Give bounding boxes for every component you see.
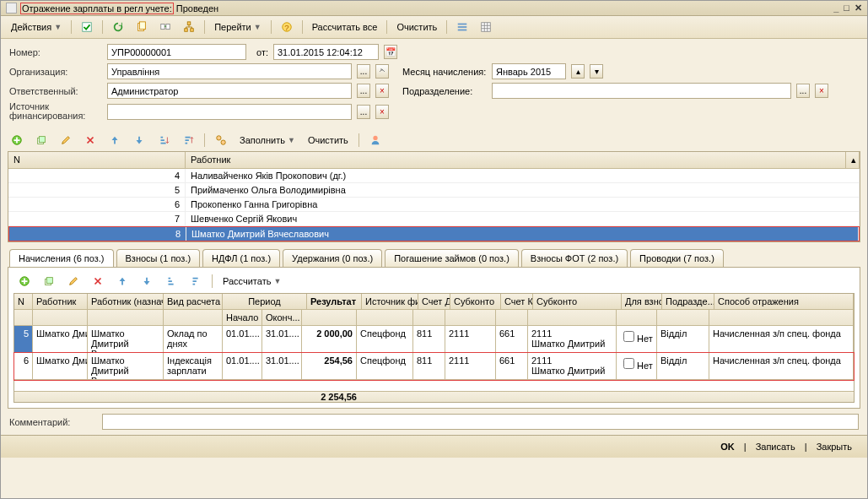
move-down2-icon[interactable] [136,273,158,290]
scroll-up-icon[interactable]: ▴ [846,152,860,168]
date-label: от: [251,47,268,57]
grid2-toolbar: Рассчитать ▼ [8,271,860,291]
fill-menu[interactable]: Заполнить ▼ [235,133,300,148]
dept-input[interactable] [492,83,791,99]
sort-asc2-icon[interactable] [160,273,182,290]
add-row2-icon[interactable] [13,273,35,290]
svg-rect-7 [191,29,194,32]
move-down-icon[interactable] [128,132,150,149]
close-button[interactable]: ✕ [855,3,862,14]
move-up-icon[interactable] [104,132,126,149]
fund-input[interactable] [107,104,352,120]
svg-rect-5 [187,22,191,25]
tab-loans[interactable]: Погашение займов (0 поз.) [385,249,519,267]
close-button[interactable]: Закрыть [810,440,859,453]
org-select-button[interactable]: ... [357,64,370,79]
calc-all-button[interactable]: Рассчитать все [307,19,383,35]
table-row[interactable]: 4Наливайченко Яків Прокопович (дг.) [8,169,860,183]
copy-row-icon[interactable] [30,132,52,149]
clear-button[interactable]: Очистить [391,19,442,35]
structure-icon[interactable] [178,19,200,35]
org-label: Организация: [9,67,102,77]
pick-icon[interactable] [210,132,232,149]
refresh-icon[interactable] [107,19,129,35]
svg-rect-0 [83,23,92,32]
svg-rect-3 [161,24,164,30]
table-row[interactable]: 5Приймаченко Ольга Володимирівна [8,183,860,198]
add-row-icon[interactable] [6,132,28,149]
date-input[interactable]: 31.01.2015 12:04:12 [273,44,379,60]
calc-menu[interactable]: Рассчитать ▼ [218,274,286,289]
svg-text:?: ? [284,23,288,32]
month-down-button[interactable]: ▾ [590,64,603,79]
fund-clear-button[interactable]: × [375,105,389,119]
list-icon[interactable] [451,19,473,35]
resp-label: Ответственный: [9,86,102,96]
copy-icon[interactable] [131,19,153,35]
maximize-button[interactable]: □ [844,3,849,14]
table-row[interactable]: 6Прокопенко Ганна Григорівна [8,198,860,212]
minimize-button[interactable]: _ [833,3,838,14]
goto-menu[interactable]: Перейти ▼ [209,19,267,35]
ok-button[interactable]: OK [714,440,741,453]
tab-ndfl[interactable]: НДФЛ (1 поз.) [202,249,280,267]
table-row[interactable]: 7Шевченко Сергій Якович [8,212,860,226]
svg-rect-10 [458,24,467,25]
sort-asc-icon[interactable] [153,132,175,149]
number-input[interactable]: УПР00000001 [107,44,246,60]
calendar-icon[interactable]: 📅 [384,45,397,59]
copy-row2-icon[interactable] [38,273,60,290]
resp-clear-button[interactable]: × [375,84,389,98]
actions-menu[interactable]: Действия ▼ [6,19,67,35]
tab-contributions[interactable]: Взносы (1 поз.) [116,249,201,267]
workers-grid[interactable]: N Работник ▴ 4Наливайченко Яків Прокопов… [8,151,860,242]
approve-icon[interactable] [76,19,98,35]
tab-deductions[interactable]: Удержания (0 поз.) [283,249,382,267]
grid1-toolbar: Заполнить ▼ Очистить [1,129,867,151]
sort-desc-icon[interactable] [177,132,199,149]
delete-row-icon[interactable] [79,132,101,149]
save-button[interactable]: Записать [749,440,802,453]
dept-clear-button[interactable]: × [815,84,828,98]
tab-fot[interactable]: Взносы ФОТ (2 поз.) [521,249,628,267]
dept-label: Подразделение: [394,86,487,96]
comment-input[interactable] [102,414,859,430]
table-row[interactable]: 5 Шматко Дмитр... Шматко Дмитрий Вячесла… [14,326,854,353]
accruals-grid[interactable]: N Работник Работник (назначение) Вид рас… [13,293,855,403]
table-icon[interactable] [475,19,497,35]
clear-grid-button[interactable]: Очистить [303,133,353,148]
svg-rect-6 [185,29,188,32]
dept-select-button[interactable]: ... [796,84,810,98]
edit-row-icon[interactable] [55,132,77,149]
resp-select-button[interactable]: ... [357,84,370,98]
titlebar: Отражение зарплаты в регл учете: Проведе… [1,1,867,16]
tab-accruals[interactable]: Начисления (6 поз.) [9,249,114,267]
contr-checkbox[interactable] [623,331,634,342]
move-up2-icon[interactable] [111,273,133,290]
org-input[interactable]: Управління [107,63,352,79]
org-open-button[interactable] [375,64,389,79]
doc-flow-icon[interactable] [154,19,176,35]
resp-input[interactable]: Администратор [107,83,352,99]
tab-postings[interactable]: Проводки (7 поз.) [630,249,724,267]
svg-rect-16 [39,137,45,143]
col-worker[interactable]: Работник [186,152,846,168]
fund-select-button[interactable]: ... [357,105,370,119]
footer: OK | Записать | Закрыть [1,435,867,458]
delete-row2-icon[interactable] [87,273,109,290]
edit-row2-icon[interactable] [62,273,84,290]
help-icon[interactable]: ? [276,19,298,35]
contr-checkbox[interactable] [623,358,634,369]
tabs: Начисления (6 поз.) Взносы (1 поз.) НДФЛ… [1,242,867,267]
person-icon[interactable] [364,132,386,149]
svg-rect-4 [166,24,170,30]
number-label: Номер: [9,47,102,57]
month-up-button[interactable]: ▴ [571,64,585,79]
sort-desc2-icon[interactable] [185,273,207,290]
svg-point-19 [373,136,377,140]
col-n[interactable]: N [8,152,186,168]
month-input[interactable]: Январь 2015 [492,63,566,79]
window-title: Отражение зарплаты в регл учете: Проведе… [20,3,833,14]
table-row[interactable]: 6 Шматко Дмитр... Шматко Дмитрий Вячесла… [14,353,854,380]
table-row-selected[interactable]: 8Шматко Дмитрий Вячеславович [8,226,860,241]
